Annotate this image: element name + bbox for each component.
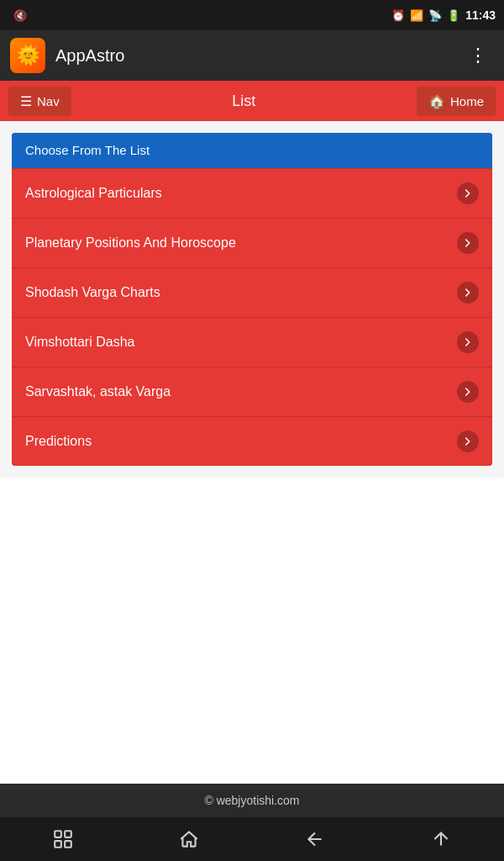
app-title: AppAstro bbox=[55, 46, 462, 66]
list-item-label: Vimshottari Dasha bbox=[25, 335, 457, 350]
list-item[interactable]: Shodash Varga Charts bbox=[12, 267, 492, 317]
nav-label: Nav bbox=[37, 94, 60, 108]
app-logo-icon: 🌞 bbox=[17, 45, 39, 66]
recent-apps-button[interactable] bbox=[0, 817, 126, 861]
overflow-menu-button[interactable]: ⋮ bbox=[462, 38, 494, 73]
home-nav-button[interactable] bbox=[126, 817, 252, 861]
list-item-arrow bbox=[457, 182, 479, 204]
battery-icon: 🔋 bbox=[447, 9, 460, 22]
list-header-text: Choose From The List bbox=[25, 143, 150, 157]
list-item[interactable]: Predictions bbox=[12, 416, 492, 466]
nav-bar-title: List bbox=[80, 92, 408, 110]
footer-text: © webjyotishi.com bbox=[204, 794, 299, 807]
home-label: Home bbox=[450, 94, 484, 108]
list-item-label: Astrological Particulars bbox=[25, 186, 457, 201]
list-item-arrow bbox=[457, 282, 479, 304]
status-bar: 🔇 ⏰ 📶 📡 🔋 11:43 bbox=[0, 0, 504, 30]
status-time: 11:43 bbox=[465, 8, 496, 22]
home-button[interactable]: 🏠 Home bbox=[417, 87, 496, 116]
mute-icon: 🔇 bbox=[13, 9, 27, 22]
signal-icon: 📡 bbox=[428, 9, 442, 22]
list-item-label: Planetary Positions And Horoscope bbox=[25, 235, 457, 251]
home-icon: 🏠 bbox=[428, 93, 445, 109]
svg-rect-1 bbox=[65, 831, 71, 837]
list-item-arrow bbox=[457, 430, 479, 452]
list-header: Choose From The List bbox=[12, 133, 492, 168]
nav-button[interactable]: ☰ Nav bbox=[8, 87, 71, 116]
svg-rect-2 bbox=[55, 841, 61, 848]
svg-rect-3 bbox=[65, 841, 71, 848]
list-item[interactable]: Vimshottari Dasha bbox=[12, 317, 492, 367]
content-area: Choose From The List Astrological Partic… bbox=[0, 121, 504, 478]
list-container: Choose From The List Astrological Partic… bbox=[12, 133, 492, 466]
list-item-label: Shodash Varga Charts bbox=[25, 285, 457, 300]
app-logo: 🌞 bbox=[10, 38, 45, 73]
hamburger-icon: ☰ bbox=[20, 93, 32, 109]
status-bar-left: 🔇 bbox=[13, 9, 27, 22]
list-item-label: Sarvashtak, astak Varga bbox=[25, 384, 457, 399]
wifi-icon: 📶 bbox=[410, 9, 423, 22]
list-item-arrow bbox=[457, 381, 479, 403]
list-item[interactable]: Sarvashtak, astak Varga bbox=[12, 367, 492, 416]
back-nav-button[interactable] bbox=[252, 817, 378, 861]
svg-rect-0 bbox=[55, 831, 61, 837]
list-item-label: Predictions bbox=[25, 434, 457, 449]
list-item[interactable]: Astrological Particulars bbox=[12, 168, 492, 218]
list-item[interactable]: Planetary Positions And Horoscope bbox=[12, 218, 492, 267]
navigation-bar: ☰ Nav List 🏠 Home bbox=[0, 81, 504, 121]
footer: © webjyotishi.com bbox=[0, 784, 504, 817]
bottom-navigation bbox=[0, 817, 504, 861]
list-item-arrow bbox=[457, 331, 479, 353]
status-bar-right: ⏰ 📶 📡 🔋 11:43 bbox=[391, 8, 496, 22]
app-bar: 🌞 AppAstro ⋮ bbox=[0, 30, 504, 81]
alarm-icon: ⏰ bbox=[391, 9, 405, 22]
list-item-arrow bbox=[457, 232, 479, 254]
up-nav-button[interactable] bbox=[378, 817, 504, 861]
